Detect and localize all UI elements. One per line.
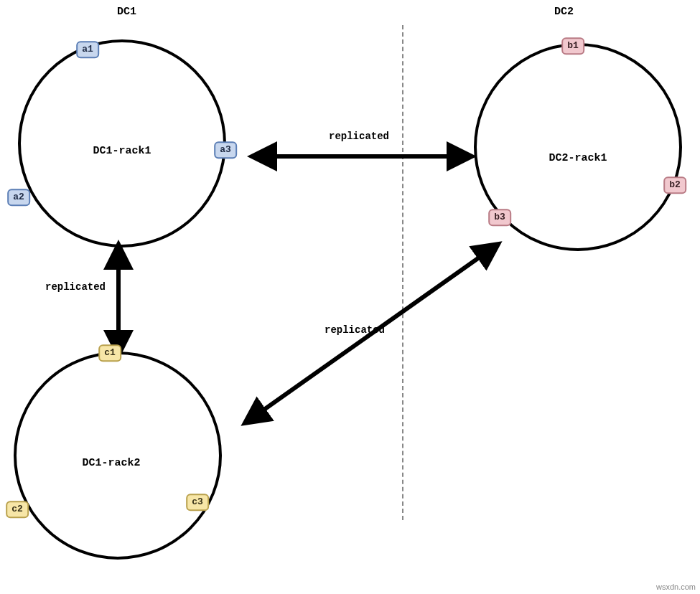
ring-dc1-rack2 [14,352,222,560]
ring-dc1-rack2-label: DC1-rack2 [82,457,140,469]
node-b3: b3 [488,209,511,226]
node-c3: c3 [186,494,209,511]
node-c1: c1 [98,344,121,362]
dc1-label: DC1 [117,6,136,18]
ring-dc1-rack1 [18,39,226,248]
diagram-canvas: DC1 DC2 DC1-rack1 a1 a2 a3 DC1-rack2 c1 … [0,0,700,594]
node-b1: b1 [561,37,584,55]
ring-dc2-rack1-label: DC2-rack1 [549,152,607,164]
dc-divider [402,25,403,520]
node-a3: a3 [214,141,237,159]
replicated-label-2: replicated [45,281,106,293]
node-c2: c2 [6,501,29,518]
node-a2: a2 [7,189,30,206]
ring-dc1-rack1-label: DC1-rack1 [93,145,151,157]
replicated-label-3: replicated [325,324,385,336]
replicated-label-1: replicated [329,131,389,142]
node-a1: a1 [76,41,99,58]
dc2-label: DC2 [554,6,574,18]
watermark: wsxdn.com [656,583,696,591]
node-b2: b2 [663,176,686,194]
